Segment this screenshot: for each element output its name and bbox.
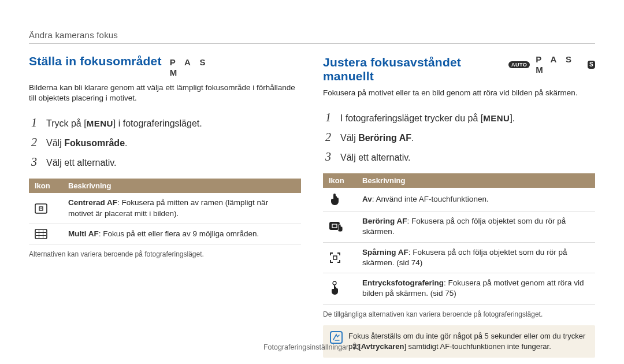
- table-row: Spårning AF: Fokusera på och följa objek…: [323, 242, 595, 273]
- right-option-table: Ikon Beskrivning Av: Använd inte AF-touc…: [323, 173, 595, 304]
- info-callout: Fokus återställs om du inte gör något på…: [323, 325, 595, 358]
- table-row: Beröring AF: Fokusera på och följa objek…: [323, 211, 595, 242]
- mode-indicator-left: P A S M: [170, 57, 222, 78]
- menu-key: MENU: [483, 113, 510, 123]
- left-option-table: Ikon Beskrivning Centrerad AF: Fokusera …: [29, 179, 301, 244]
- left-footnote: Alternativen kan variera beroende på fot…: [29, 250, 301, 258]
- mode-s-badge: S: [588, 61, 595, 69]
- table-row: Centrerad AF: Fokusera på mitten av rame…: [29, 193, 301, 224]
- page-footer: Fotograferingsinställningar 73: [0, 343, 624, 351]
- term-fokusomrade: Fokusområde: [64, 138, 125, 148]
- info-icon: [330, 331, 343, 344]
- svg-rect-9: [329, 222, 340, 230]
- row-title: Beröring AF: [362, 217, 407, 225]
- th-desc: Beskrivning: [356, 173, 595, 188]
- step-2: Välj Beröring AF.: [323, 127, 595, 147]
- th-icon: Ikon: [29, 179, 62, 193]
- center-af-icon: [35, 203, 57, 214]
- step-1: I fotograferingsläget trycker du på [MEN…: [323, 107, 595, 127]
- svg-point-12: [333, 281, 336, 285]
- multi-af-icon: [35, 229, 57, 239]
- mode-letters: P A S M: [536, 54, 575, 75]
- right-steps: I fotograferingsläget trycker du på [MEN…: [323, 107, 595, 166]
- row-title: Centrerad AF: [68, 198, 117, 207]
- one-touch-shot-icon: [329, 281, 351, 296]
- table-row: Multi AF: Fokus på ett eller flera av 9 …: [29, 224, 301, 244]
- row-title: Multi AF: [68, 229, 99, 238]
- th-desc: Beskrivning: [62, 179, 301, 193]
- touch-off-icon: [329, 192, 351, 206]
- step-1: Tryck på [MENU] i fotograferingsläget.: [29, 113, 301, 132]
- row-title: Av: [362, 195, 372, 203]
- mode-indicator-right: AUTO P A S M S: [508, 54, 595, 75]
- left-heading: Ställa in fokusområdet: [29, 54, 162, 68]
- table-row: Entrycksfotografering: Fokusera på motiv…: [323, 273, 595, 304]
- right-intro: Fokusera på motivet eller ta en bild gen…: [323, 88, 595, 98]
- section-divider: [29, 43, 595, 44]
- step-3: Välj ett alternativ.: [29, 152, 301, 172]
- left-column: Ställa in fokusområdet P A S M Bilderna …: [29, 54, 301, 358]
- table-row: Av: Använd inte AF-touchfunktionen.: [323, 188, 595, 211]
- right-heading: Justera fokusavståndet manuellt: [323, 55, 500, 83]
- mode-auto-badge: AUTO: [508, 61, 530, 68]
- touch-af-icon: [329, 220, 351, 233]
- row-title: Entrycksfotografering: [362, 278, 444, 287]
- step-3: Välj ett alternativ.: [323, 147, 595, 166]
- row-title: Spårning AF: [362, 248, 408, 257]
- menu-key: MENU: [87, 118, 113, 128]
- mode-letters: P A S M: [170, 57, 209, 77]
- right-footnote: De tillgängliga alternativen kan variera…: [323, 310, 595, 318]
- term-beroring-af: Beröring AF: [358, 133, 411, 143]
- step-2: Välj Fokusområde.: [29, 132, 301, 152]
- th-icon: Ikon: [323, 173, 356, 188]
- right-column: Justera fokusavståndet manuellt AUTO P A…: [323, 54, 595, 358]
- left-steps: Tryck på [MENU] i fotograferingsläget. V…: [29, 113, 301, 172]
- page-number: 73: [352, 343, 361, 351]
- svg-rect-11: [333, 256, 337, 259]
- tracking-af-icon: [329, 251, 351, 264]
- breadcrumb: Ändra kamerans fokus: [29, 30, 595, 40]
- left-intro: Bilderna kan bli klarare genom att välja…: [29, 83, 301, 103]
- svg-rect-4: [35, 229, 47, 239]
